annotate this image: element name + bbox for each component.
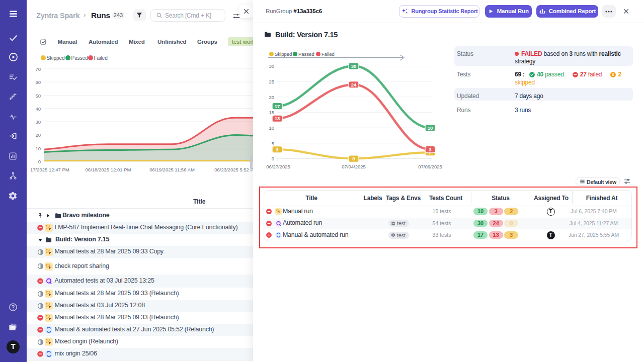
svg-text:10: 10 [35,146,41,151]
svg-text:17: 17 [275,104,280,109]
svg-text:50: 50 [35,93,41,99]
svg-text:07/04/2025: 07/04/2025 [342,164,366,169]
svg-text:3: 3 [429,147,431,152]
svg-text:20: 20 [269,95,274,100]
svg-text:0: 0 [352,156,355,161]
svg-text:10: 10 [269,125,274,131]
svg-text:06/18/2025 12:01 PM: 06/18/2025 12:01 PM [86,167,131,172]
svg-text:3: 3 [276,147,278,152]
svg-text:10: 10 [428,125,433,131]
svg-text:06/19/2025 11:56 AM: 06/19/2025 11:56 AM [149,167,195,172]
svg-text:17/2025 12:47 PM: 17/2025 12:47 PM [30,167,69,172]
svg-text:06/23/2025 5:52 PM: 06/23/2025 5:52 PM [214,167,253,172]
svg-text:40: 40 [35,106,41,112]
svg-text:06/27/2025: 06/27/2025 [266,164,290,169]
svg-text:20: 20 [35,132,41,138]
svg-text:0: 0 [38,159,41,164]
svg-text:70: 70 [35,66,41,72]
svg-text:15: 15 [269,110,274,115]
svg-text:13: 13 [275,116,280,121]
svg-text:5: 5 [272,141,274,146]
svg-text:30: 30 [351,63,357,69]
svg-text:30: 30 [35,119,41,125]
svg-text:25: 25 [269,79,274,84]
svg-text:24: 24 [351,82,357,87]
svg-text:60: 60 [35,79,41,85]
svg-text:0: 0 [272,156,274,161]
svg-text:30: 30 [269,63,274,69]
svg-text:07/06/2025: 07/06/2025 [418,164,442,169]
